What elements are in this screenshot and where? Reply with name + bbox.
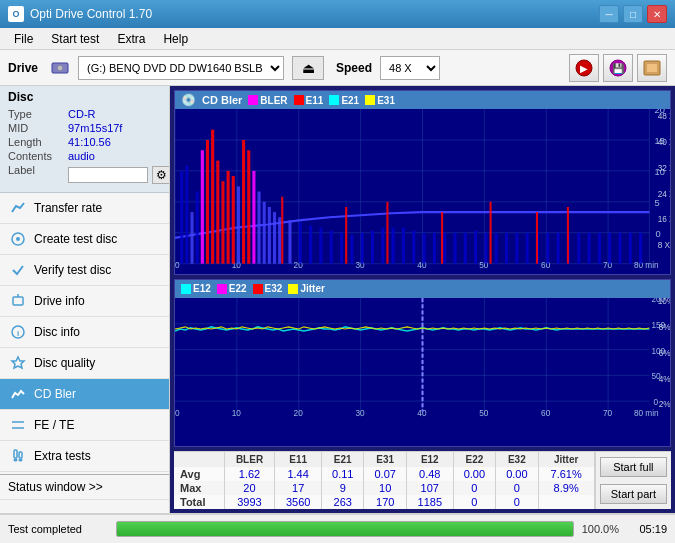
right-panel: 💿 CD Bler BLER E11 E21 E31 [170, 86, 675, 513]
nav-label-disc-info: Disc info [34, 325, 80, 339]
minimize-button[interactable]: ─ [599, 5, 619, 23]
svg-rect-102 [577, 233, 580, 264]
sidebar-item-disc-info[interactable]: i Disc info [0, 317, 169, 348]
drive-bar: Drive (G:) BENQ DVD DD DW1640 BSLB ⏏ Spe… [0, 50, 675, 86]
sidebar-item-drive-info[interactable]: Drive info [0, 286, 169, 317]
avg-e11: 1.44 [275, 467, 322, 481]
speed-select[interactable]: 48 X [380, 56, 440, 80]
svg-rect-78 [330, 231, 333, 264]
stats-col-e21: E21 [322, 452, 364, 467]
menu-help[interactable]: Help [155, 30, 196, 48]
svg-rect-63 [227, 171, 230, 264]
stats-col-e12: E12 [406, 452, 453, 467]
legend-bler: BLER [248, 95, 287, 106]
svg-text:60: 60 [541, 408, 551, 417]
svg-rect-62 [221, 181, 224, 264]
legend-e12-dot [181, 284, 191, 294]
disc-label-input[interactable] [68, 167, 148, 183]
action-icon-2[interactable]: 💾 [603, 54, 633, 82]
legend-e22-label: E22 [229, 283, 247, 294]
sidebar-item-extra-tests[interactable]: Extra tests [0, 441, 169, 472]
disc-mid-value: 97m15s17f [68, 122, 161, 134]
svg-rect-76 [309, 226, 312, 264]
chart1-title: CD Bler [202, 94, 242, 106]
disc-label-icon-btn[interactable]: ⚙ [152, 166, 170, 184]
sidebar-item-verify-test-disc[interactable]: Verify test disc [0, 255, 169, 286]
svg-text:8%: 8% [659, 323, 670, 332]
drive-label: Drive [8, 61, 38, 75]
svg-rect-75 [299, 222, 302, 263]
svg-rect-85 [402, 228, 405, 264]
chart2-container: E12 E22 E32 Jitter [174, 279, 671, 447]
sidebar-item-fe-te[interactable]: FE / TE [0, 410, 169, 441]
chart1-container: 💿 CD Bler BLER E11 E21 E31 [174, 90, 671, 275]
svg-rect-73 [278, 217, 281, 263]
legend-e31-dot [365, 95, 375, 105]
svg-rect-115 [567, 207, 569, 264]
disc-mid-label: MID [8, 122, 68, 134]
sidebar-item-transfer-rate[interactable]: Transfer rate [0, 193, 169, 224]
app-title: Opti Drive Control 1.70 [30, 7, 599, 21]
menu-file[interactable]: File [6, 30, 41, 48]
legend-bler-label: BLER [260, 95, 287, 106]
legend-e11: E11 [294, 95, 324, 106]
svg-rect-54 [180, 171, 183, 264]
menu-extra[interactable]: Extra [109, 30, 153, 48]
svg-rect-60 [211, 130, 214, 264]
svg-rect-79 [340, 233, 343, 264]
sidebar-item-create-test-disc[interactable]: Create test disc [0, 224, 169, 255]
stats-and-buttons: BLER E11 E21 E31 E12 E22 E32 Jitter Avg [174, 451, 671, 509]
legend-jitter-dot [288, 284, 298, 294]
svg-text:0: 0 [656, 229, 661, 239]
legend-e22: E22 [217, 283, 247, 294]
svg-rect-83 [381, 228, 384, 264]
total-e32: 0 [496, 495, 538, 509]
svg-text:💾: 💾 [612, 62, 625, 75]
legend-e11-label: E11 [306, 95, 324, 106]
svg-text:0: 0 [175, 408, 180, 417]
svg-rect-7 [647, 64, 657, 72]
legend-jitter: Jitter [288, 283, 324, 294]
eject-button[interactable]: ⏏ [292, 56, 324, 80]
svg-rect-106 [618, 233, 621, 264]
svg-rect-86 [412, 231, 415, 264]
stats-col-e32: E32 [496, 452, 538, 467]
close-button[interactable]: ✕ [647, 5, 667, 23]
status-bar: Test completed 100.0% 05:19 [0, 513, 675, 543]
drive-select[interactable]: (G:) BENQ DVD DD DW1640 BSLB [78, 56, 284, 80]
nav-label-verify-test-disc: Verify test disc [34, 263, 111, 277]
main-content: Disc Type CD-R MID 97m15s17f Length 41:1… [0, 86, 675, 513]
svg-text:80 min: 80 min [634, 408, 659, 417]
chart1-icon: 💿 [181, 93, 196, 107]
cd-bler-icon [8, 384, 28, 404]
svg-text:24 X: 24 X [658, 190, 670, 199]
stats-table: BLER E11 E21 E31 E12 E22 E32 Jitter Avg [174, 452, 595, 509]
nav-label-status-window: Status window >> [8, 480, 103, 494]
menu-start-test[interactable]: Start test [43, 30, 107, 48]
disc-label-label: Label [8, 164, 68, 184]
action-icon-1[interactable]: ▶ [569, 54, 599, 82]
drive-icon [50, 58, 70, 78]
sidebar-item-cd-bler[interactable]: CD Bler [0, 379, 169, 410]
drive-action-icons: ▶ 💾 [569, 54, 667, 82]
disc-length-field: Length 41:10.56 [8, 136, 161, 148]
svg-rect-114 [536, 212, 538, 264]
start-full-button[interactable]: Start full [600, 457, 667, 477]
svg-rect-72 [273, 212, 276, 264]
fe-te-icon [8, 415, 28, 435]
disc-label-field: Label ⚙ [8, 164, 161, 184]
svg-rect-64 [232, 176, 235, 264]
sidebar-item-disc-quality[interactable]: Disc quality [0, 348, 169, 379]
sidebar-item-status-window[interactable]: Status window >> [0, 474, 169, 500]
avg-e22: 0.00 [453, 467, 495, 481]
transfer-rate-icon [8, 198, 28, 218]
svg-text:8 X: 8 X [658, 241, 670, 250]
start-part-button[interactable]: Start part [600, 484, 667, 504]
total-e22: 0 [453, 495, 495, 509]
svg-rect-10 [13, 297, 23, 305]
svg-rect-81 [361, 233, 364, 264]
maximize-button[interactable]: □ [623, 5, 643, 23]
legend-e11-dot [294, 95, 304, 105]
svg-rect-104 [598, 233, 601, 264]
action-icon-3[interactable] [637, 54, 667, 82]
